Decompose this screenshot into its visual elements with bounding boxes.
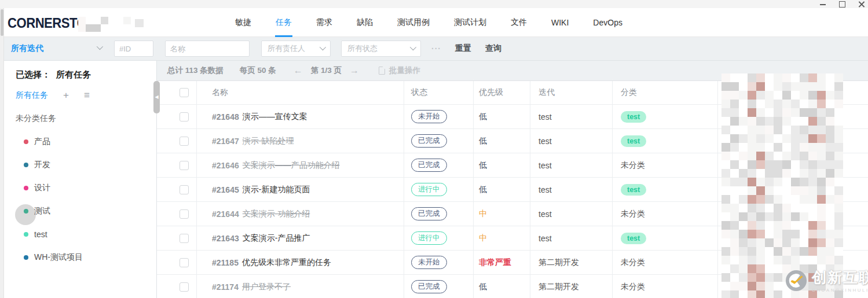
row-checkbox[interactable]: [180, 112, 189, 122]
task-category-cell: test: [613, 226, 718, 250]
sidebar-category-5[interactable]: WH-测试项目: [4, 246, 156, 269]
nav-tab-5[interactable]: 测试计划: [442, 8, 499, 37]
row-checkbox[interactable]: [180, 209, 189, 219]
next-page-icon[interactable]: →: [350, 65, 359, 76]
task-priority-cell: 低: [474, 275, 530, 298]
sidebar-category-2[interactable]: 设计: [4, 176, 156, 200]
selected-summary: 已选择： 所有任务: [4, 61, 156, 84]
all-tasks-link[interactable]: 所有任务: [16, 90, 48, 101]
nav-tab-1[interactable]: 任务: [263, 8, 304, 37]
nav-tab-3[interactable]: 缺陷: [345, 8, 385, 37]
task-category-cell: 未分类: [613, 153, 718, 177]
priority-label: 中: [479, 209, 487, 219]
id-filter-input[interactable]: [114, 41, 153, 57]
maximize-icon[interactable]: [839, 1, 845, 8]
category-dot-icon: [24, 255, 28, 260]
reset-button[interactable]: 重置: [455, 43, 471, 54]
task-title[interactable]: 文案演示——产品功能介绍: [243, 160, 340, 171]
nav-tab-2[interactable]: 需求: [304, 8, 345, 37]
task-name-cell: #21645演示-新建功能页面: [197, 178, 404, 201]
task-title[interactable]: 优先级未非常严重的任务: [242, 257, 331, 268]
row-checkbox[interactable]: [180, 185, 189, 194]
list-view-icon[interactable]: ≡: [84, 90, 90, 101]
search-button[interactable]: 查询: [485, 43, 501, 54]
batch-operations-button[interactable]: 批量操作: [379, 65, 420, 76]
censored-chip: [135, 19, 144, 27]
assignee-filter-select[interactable]: 所有责任人: [261, 41, 331, 57]
task-iteration-cell: test: [530, 129, 613, 153]
category-label: 测试: [34, 206, 50, 216]
task-name-cell: #21647演示-缺陷处理: [197, 129, 404, 153]
more-filters-button[interactable]: ···: [431, 44, 441, 53]
category-badge: test: [621, 111, 646, 123]
category-dot-icon: [24, 209, 28, 214]
nav-tab-7[interactable]: WIKI: [539, 8, 581, 37]
task-priority-cell: 低: [474, 178, 530, 201]
status-badge: 已完成: [411, 134, 447, 148]
row-checkbox-cell: [157, 129, 197, 153]
minimize-icon[interactable]: [820, 1, 826, 8]
status-filter-select[interactable]: 所有状态: [341, 41, 421, 57]
batch-operations-label: 批量操作: [389, 65, 420, 76]
row-checkbox[interactable]: [180, 234, 189, 243]
nav-tab-8[interactable]: DevOps: [581, 8, 635, 37]
chevron-down-icon: [410, 43, 416, 50]
name-filter-input[interactable]: [165, 41, 250, 57]
sidebar-category-4[interactable]: test: [4, 223, 156, 246]
priority-label: 低: [479, 282, 487, 292]
task-status-cell: 进行中: [404, 226, 474, 250]
category-dot-icon: [24, 139, 28, 144]
sidebar-category-1[interactable]: 开发: [4, 153, 156, 176]
watermark-text: 创新互联: [812, 268, 868, 287]
iteration-filter[interactable]: 所有迭代: [11, 43, 43, 54]
nav-tab-0[interactable]: 敏捷: [223, 8, 263, 37]
task-title[interactable]: 文案演示-产品推广: [243, 233, 310, 244]
status-badge: 进行中: [411, 183, 447, 196]
close-icon[interactable]: [858, 1, 865, 8]
chevron-down-icon[interactable]: [97, 43, 103, 50]
sidebar-category-0[interactable]: 产品: [4, 130, 156, 153]
task-iteration-cell: test: [530, 202, 613, 226]
task-title[interactable]: 演示-新建功能页面: [243, 185, 310, 195]
row-checkbox[interactable]: [180, 161, 189, 170]
status-badge: 未开始: [411, 256, 447, 269]
nav-tab-6[interactable]: 文件: [499, 8, 539, 37]
task-iteration-cell: test: [530, 105, 613, 128]
task-name-cell: #21646文案演示——产品功能介绍: [197, 153, 404, 177]
sidebar-collapse-handle[interactable]: ◀: [153, 81, 160, 113]
task-title[interactable]: 用户登录不了: [242, 282, 291, 292]
task-iteration-cell: test: [530, 153, 613, 177]
category-label: test: [34, 230, 47, 239]
task-priority-cell: 低: [474, 129, 530, 153]
task-id: #21646: [212, 161, 239, 170]
task-iteration-cell: test: [530, 178, 613, 201]
task-id: #21174: [212, 282, 239, 292]
left-scrollbar[interactable]: [0, 8, 4, 298]
all-tasks-row: 所有任务 + ≡: [4, 84, 156, 107]
task-title[interactable]: 文案演示-功能介绍: [243, 209, 310, 219]
category-label: 产品: [34, 137, 50, 147]
main-nav: 敏捷任务需求缺陷测试用例测试计划文件WIKIDevOps: [223, 8, 635, 37]
nav-tab-4[interactable]: 测试用例: [385, 8, 442, 37]
watermark-logo-icon: [785, 270, 807, 292]
prev-page-icon[interactable]: ←: [294, 65, 303, 76]
row-checkbox-cell: [157, 251, 197, 274]
assignee-filter-value: 所有责任人: [268, 43, 305, 54]
sidebar-category-3[interactable]: 测试: [4, 200, 156, 223]
row-checkbox[interactable]: [180, 137, 189, 146]
column-header: 优先级: [474, 81, 530, 104]
select-all-checkbox[interactable]: [180, 88, 189, 97]
sidebar-item-uncategorized[interactable]: 未分类任务: [4, 107, 156, 130]
status-badge: 未开始: [411, 110, 447, 123]
row-checkbox[interactable]: [180, 258, 189, 267]
category-label: 开发: [34, 160, 50, 170]
task-priority-cell: 非常严重: [474, 251, 530, 274]
add-category-icon[interactable]: +: [63, 90, 69, 101]
task-title[interactable]: 演示——宣传文案: [243, 112, 307, 122]
task-category-cell: 未分类: [613, 202, 718, 226]
status-filter-value: 所有状态: [347, 43, 378, 54]
task-title[interactable]: 演示-缺陷处理: [243, 136, 294, 146]
left-scrollbar-thumb[interactable]: [1, 9, 3, 36]
row-checkbox[interactable]: [180, 282, 189, 292]
status-badge: 已完成: [411, 159, 447, 172]
